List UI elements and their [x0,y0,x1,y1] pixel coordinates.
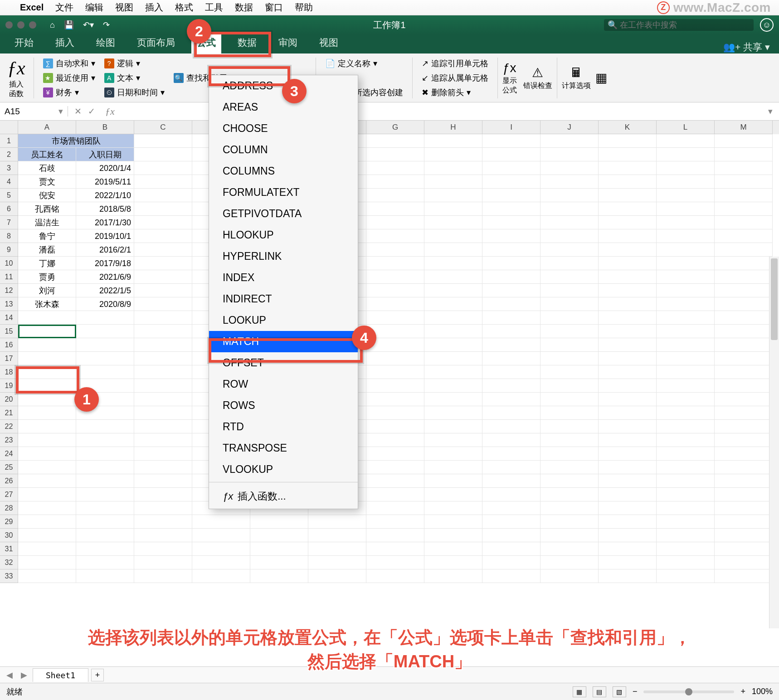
cell[interactable] [424,270,482,284]
dropdown-item-column[interactable]: COLUMN [209,139,358,160]
tab-home[interactable]: 开始 [9,33,39,53]
cell[interactable] [715,420,773,433]
cell[interactable] [482,325,540,338]
cell[interactable] [715,406,773,420]
menu-file[interactable]: 文件 [55,1,73,14]
row-header[interactable]: 11 [0,270,18,284]
cell[interactable]: 孔西铭 [18,202,76,216]
cell[interactable] [482,257,540,270]
cell[interactable] [308,556,366,569]
cell[interactable]: 张木森 [18,297,76,311]
cell[interactable] [715,352,773,365]
cell[interactable] [599,243,657,257]
cell[interactable] [540,474,599,488]
cell[interactable]: 2017/9/18 [76,257,134,270]
tab-insert[interactable]: 插入 [50,33,80,53]
financial-button[interactable]: ¥财务 ▾ [40,86,98,99]
cell[interactable]: 2021/6/9 [76,270,134,284]
cell[interactable] [657,284,715,297]
app-name[interactable]: Excel [20,2,44,13]
cell[interactable] [715,161,773,175]
cell[interactable] [657,474,715,488]
cell[interactable]: 温洁生 [18,216,76,229]
cell[interactable] [134,447,192,461]
cell[interactable] [366,406,424,420]
cell[interactable] [18,556,76,569]
cell[interactable] [657,243,715,257]
cell[interactable] [599,379,657,393]
cell[interactable] [715,569,773,583]
cell[interactable] [657,542,715,556]
cell[interactable] [18,447,76,461]
cell[interactable] [76,311,134,325]
cell[interactable] [366,257,424,270]
cell[interactable] [366,189,424,202]
search-box[interactable]: 🔍 [604,19,754,31]
cell[interactable] [424,529,482,542]
cell[interactable] [366,161,424,175]
cell[interactable] [134,325,192,338]
cell[interactable] [715,379,773,393]
cell[interactable] [18,393,76,406]
cell[interactable] [134,461,192,474]
cell[interactable] [482,243,540,257]
cell[interactable] [424,433,482,447]
cell[interactable] [715,189,773,202]
cell[interactable] [134,270,192,284]
cell[interactable] [366,488,424,501]
cell[interactable] [424,175,482,189]
cell[interactable] [482,447,540,461]
cell[interactable] [599,569,657,583]
cell[interactable] [366,148,424,161]
cell[interactable] [18,515,76,529]
cell[interactable] [540,202,599,216]
row-header[interactable]: 16 [0,338,18,352]
calc-options-button[interactable]: 🖩计算选项 [562,65,591,91]
cell[interactable] [540,297,599,311]
cell[interactable] [715,447,773,461]
cell[interactable] [657,556,715,569]
cell[interactable] [424,297,482,311]
cell[interactable] [366,556,424,569]
cell[interactable] [366,297,424,311]
cell[interactable] [134,311,192,325]
cell[interactable] [657,216,715,229]
cell[interactable] [482,501,540,515]
cell[interactable] [192,556,250,569]
cell[interactable] [540,406,599,420]
zoom-out-icon[interactable]: − [633,687,638,696]
logical-button[interactable]: ?逻辑 ▾ [102,57,167,70]
cell[interactable] [540,175,599,189]
cell[interactable] [366,393,424,406]
cell[interactable] [76,325,134,338]
cell[interactable] [366,529,424,542]
cell[interactable] [482,161,540,175]
traffic-lights[interactable] [5,21,36,29]
row-header[interactable]: 24 [0,447,18,461]
cell[interactable]: 潘磊 [18,243,76,257]
cell[interactable] [657,161,715,175]
dropdown-item-index[interactable]: INDEX [209,267,358,288]
dropdown-item-areas[interactable]: AREAS [209,97,358,118]
cell[interactable]: 市场营销团队 [18,134,134,148]
row-header[interactable]: 27 [0,488,18,501]
cell[interactable] [18,488,76,501]
cell[interactable] [540,352,599,365]
cell[interactable]: 入职日期 [76,148,134,161]
cell[interactable] [424,229,482,243]
cell[interactable]: 刘河 [18,284,76,297]
row-header[interactable]: 3 [0,161,18,175]
zoom-level[interactable]: 100% [752,687,773,696]
row-header[interactable]: 28 [0,501,18,515]
dropdown-item-rtd[interactable]: RTD [209,416,358,438]
cell[interactable] [134,257,192,270]
cell[interactable] [540,542,599,556]
cell[interactable] [657,447,715,461]
row-header[interactable]: 10 [0,257,18,270]
cell[interactable] [599,284,657,297]
cell[interactable] [76,556,134,569]
cell[interactable] [482,311,540,325]
cell[interactable] [540,325,599,338]
menu-view[interactable]: 视图 [115,1,133,14]
cell[interactable] [540,284,599,297]
